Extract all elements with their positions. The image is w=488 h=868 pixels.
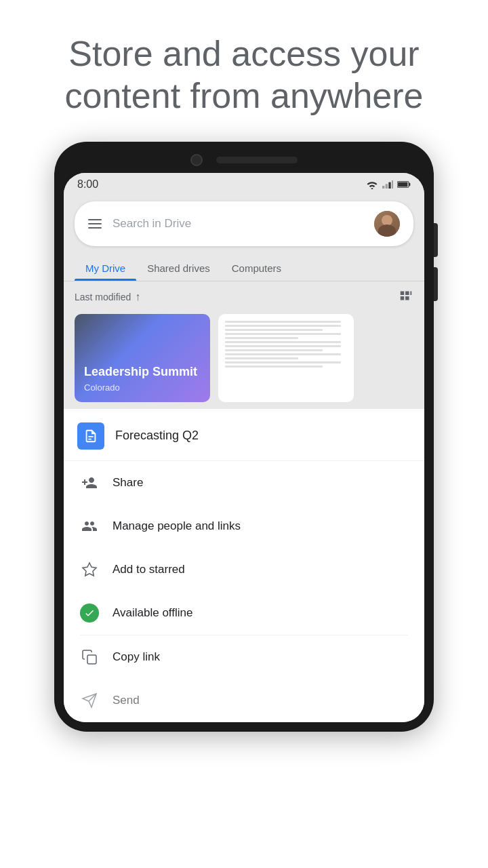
svg-rect-3 [392, 180, 393, 189]
phone-screen: 8:00 [64, 173, 424, 722]
file-title-leadership: Leadership Summit [84, 365, 201, 380]
svg-rect-2 [388, 182, 390, 188]
copy-icon [80, 648, 99, 667]
doc-type-icon [77, 422, 104, 450]
search-bar-container: Search in Drive [64, 196, 424, 254]
doc-line [225, 353, 341, 355]
doc-line [225, 361, 341, 363]
offline-label: Available offline [113, 606, 192, 620]
svg-rect-1 [386, 184, 388, 189]
menu-item-offline[interactable]: Available offline [64, 591, 424, 635]
send-icon [80, 691, 99, 710]
tab-shared-drives[interactable]: Shared drives [136, 254, 221, 281]
bottom-sheet: Forecasting Q2 Share [64, 409, 424, 722]
offline-icon [80, 604, 99, 623]
phone-side-button [434, 223, 438, 257]
doc-line [225, 337, 298, 339]
doc-preview [221, 317, 351, 372]
tab-my-drive[interactable]: My Drive [75, 254, 136, 281]
copy-link-label: Copy link [113, 650, 160, 664]
menu-item-manage[interactable]: Manage people and links [64, 505, 424, 548]
file-thumbnail-doc[interactable] [218, 314, 354, 402]
page-header: Store and access your content from anywh… [0, 0, 488, 142]
svg-rect-0 [382, 186, 384, 189]
menu-item-partial[interactable]: Send [64, 679, 424, 722]
share-label: Share [113, 476, 143, 490]
doc-line [225, 321, 341, 323]
sort-label[interactable]: Last modified ↑ [75, 291, 140, 303]
status-icons [366, 180, 411, 189]
header-title: Store and access your content from anywh… [27, 33, 461, 117]
manage-label: Manage people and links [113, 519, 241, 533]
sort-arrow-icon: ↑ [135, 291, 140, 303]
menu-item-starred[interactable]: Add to starred [64, 548, 424, 591]
doc-line [225, 357, 298, 359]
search-bar[interactable]: Search in Drive [75, 201, 413, 246]
svg-rect-6 [409, 183, 410, 186]
file-subtitle-colorado: Colorado [84, 382, 201, 393]
phone-side-button-2 [434, 267, 438, 301]
send-label: Send [113, 694, 140, 707]
sheet-header: Forecasting Q2 [64, 409, 424, 461]
doc-line [225, 325, 341, 327]
phone-top [64, 154, 424, 166]
svg-rect-5 [398, 182, 407, 186]
person-add-icon [80, 473, 99, 492]
grid-view-icon[interactable] [399, 288, 413, 306]
signal-icon [382, 180, 393, 189]
battery-icon [397, 180, 411, 189]
doc-line [225, 366, 323, 368]
star-icon [80, 560, 99, 579]
status-bar: 8:00 [64, 173, 424, 196]
files-grid: Leadership Summit Colorado [75, 314, 413, 402]
phone-speaker [216, 157, 298, 163]
search-input[interactable]: Search in Drive [113, 217, 363, 231]
doc-line [225, 329, 323, 331]
file-thumbnail-leadership[interactable]: Leadership Summit Colorado [75, 314, 210, 402]
people-icon [80, 517, 99, 536]
tab-computers[interactable]: Computers [221, 254, 292, 281]
doc-line [225, 341, 341, 343]
sheet-filename: Forecasting Q2 [115, 429, 199, 443]
doc-line [225, 345, 341, 347]
offline-badge [80, 604, 99, 623]
phone-wrapper: 8:00 [0, 142, 488, 759]
phone-frame: 8:00 [54, 142, 434, 732]
avatar[interactable] [374, 211, 400, 237]
svg-rect-7 [87, 655, 96, 664]
menu-item-copy-link[interactable]: Copy link [64, 635, 424, 679]
status-time: 8:00 [77, 178, 98, 191]
menu-item-share[interactable]: Share [64, 461, 424, 505]
phone-camera [190, 154, 203, 166]
sort-row: Last modified ↑ [75, 288, 413, 306]
starred-label: Add to starred [113, 563, 185, 576]
avatar-image [374, 211, 400, 237]
wifi-icon [366, 180, 378, 189]
doc-line [225, 333, 341, 335]
doc-line [225, 349, 323, 351]
tabs-container: My Drive Shared drives Computers [64, 254, 424, 281]
hamburger-icon[interactable] [88, 219, 102, 229]
files-area: Last modified ↑ Leadership Summit [64, 281, 424, 409]
